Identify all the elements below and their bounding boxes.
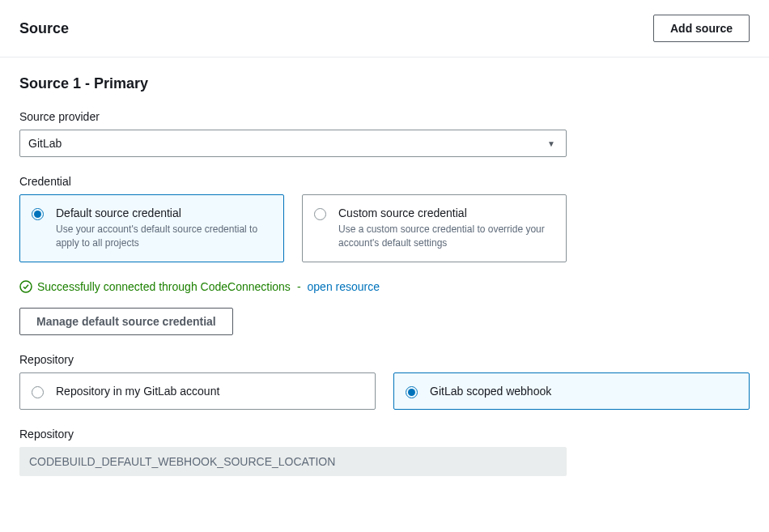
credential-field: Credential Default source credential Use… — [19, 175, 750, 262]
repository-location-input — [19, 447, 567, 476]
credential-custom-option[interactable]: Custom source credential Use a custom so… — [302, 194, 567, 262]
manage-credential-button[interactable]: Manage default source credential — [19, 308, 233, 335]
source-provider-field: Source provider GitLab ▼ — [19, 110, 750, 157]
source-provider-value: GitLab — [19, 130, 567, 157]
open-resource-link[interactable]: open resource — [308, 280, 380, 293]
credential-default-option[interactable]: Default source credential Use your accou… — [19, 194, 284, 262]
page-title: Source — [19, 20, 69, 37]
source-provider-select[interactable]: GitLab ▼ — [19, 130, 567, 157]
credential-label: Credential — [19, 175, 750, 188]
check-circle-icon — [19, 280, 32, 293]
credential-custom-desc: Use a custom source credential to overri… — [338, 223, 554, 250]
repository-location-label: Repository — [19, 428, 750, 440]
credential-options: Default source credential Use your accou… — [19, 194, 567, 262]
content-area: Source 1 - Primary Source provider GitLa… — [0, 57, 769, 512]
radio-selected-icon — [32, 208, 44, 220]
connection-status-text: Successfully connected through CodeConne… — [37, 280, 291, 293]
credential-custom-title: Custom source credential — [338, 206, 554, 219]
credential-default-desc: Use your account's default source creden… — [56, 223, 272, 250]
radio-unselected-icon — [32, 386, 44, 398]
add-source-button[interactable]: Add source — [653, 15, 750, 42]
repository-mine-title: Repository in my GitLab account — [56, 385, 363, 398]
source-provider-label: Source provider — [19, 110, 750, 123]
connection-status: Successfully connected through CodeConne… — [19, 280, 750, 293]
repository-webhook-option[interactable]: GitLab scoped webhook — [393, 372, 750, 410]
repository-location-field: Repository — [19, 428, 750, 476]
repository-type-label: Repository — [19, 353, 750, 366]
repository-mine-option[interactable]: Repository in my GitLab account — [19, 372, 376, 410]
radio-unselected-icon — [314, 208, 326, 220]
status-separator: - — [297, 280, 301, 293]
credential-default-title: Default source credential — [56, 206, 272, 219]
repository-type-options: Repository in my GitLab account GitLab s… — [19, 372, 750, 410]
repository-type-field: Repository Repository in my GitLab accou… — [19, 353, 750, 410]
repository-webhook-title: GitLab scoped webhook — [430, 385, 737, 398]
source-section-title: Source 1 - Primary — [19, 75, 750, 92]
page-header: Source Add source — [0, 0, 769, 57]
radio-selected-icon — [406, 386, 418, 398]
